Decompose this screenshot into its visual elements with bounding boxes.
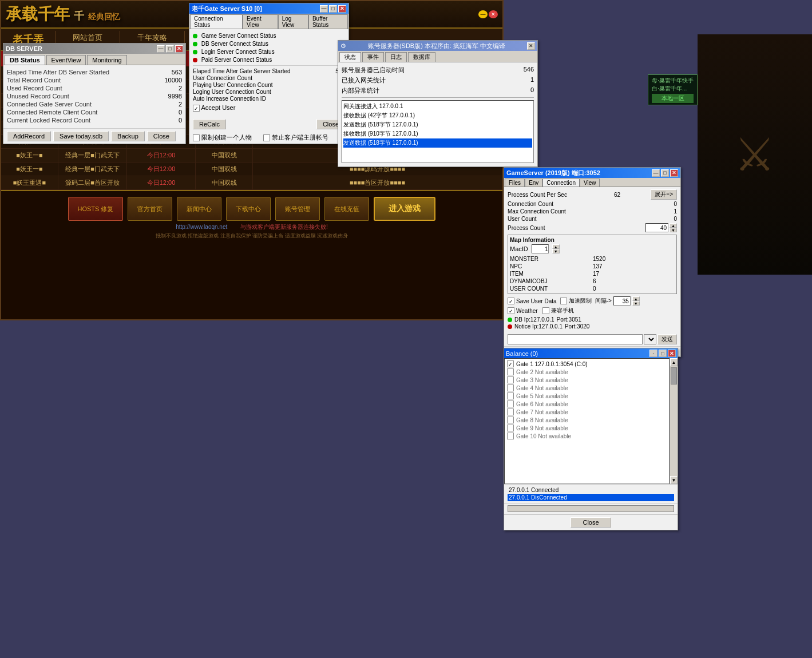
game-close-btn[interactable]: ✕ <box>489 10 498 18</box>
disable-reg-checkbox[interactable] <box>263 134 270 141</box>
gs-minimize[interactable]: — <box>652 169 660 177</box>
weather-checkbox: Weather <box>508 307 538 314</box>
db-server-minimize[interactable]: — <box>157 45 165 53</box>
db-stat-value-0: 563 <box>172 69 182 76</box>
tab-status[interactable]: 状态 <box>339 52 361 62</box>
tab-event-view[interactable]: Event View <box>243 14 278 29</box>
spin-up[interactable]: ▲ <box>670 223 677 228</box>
mac-id-input[interactable] <box>532 244 549 253</box>
tab-connection[interactable]: Connection <box>542 179 580 187</box>
gate-stat-1: User Connection Count 0 <box>193 75 345 81</box>
gs-connections: DB Ip:127.0.0.1 Port:3051 Notice Ip:127.… <box>508 316 677 330</box>
tab-logs[interactable]: 日志 <box>385 52 407 62</box>
tab-log-view[interactable]: Log View <box>278 14 308 29</box>
gate-close[interactable]: ✕ <box>338 5 346 13</box>
footer-disclaimer: 抵制不良游戏 拒绝盗版游戏 注意自我保护 谨防受骗上当 适度游戏益脑 沉迷游戏伤… <box>1 232 502 240</box>
accept-user-checkbox[interactable] <box>193 105 200 112</box>
download-button[interactable]: 下载中心 <box>226 197 271 221</box>
news-button[interactable]: 新闻中心 <box>177 197 221 221</box>
close-db-button[interactable]: Close <box>147 131 176 141</box>
gs-command-select[interactable] <box>644 334 656 344</box>
tab-events[interactable]: 事件 <box>362 52 384 62</box>
check-limit-character: 限制创建一个人物 <box>193 133 252 142</box>
balance-scrollbar[interactable]: ▲ ▼ <box>670 358 678 484</box>
limit-char-checkbox[interactable] <box>193 134 200 141</box>
gs-maximize[interactable]: □ <box>661 169 669 177</box>
gate-checkbox-9[interactable] <box>507 433 514 439</box>
game-minimize-btn[interactable]: — <box>478 10 488 18</box>
gate-checkbox-1[interactable] <box>507 368 514 375</box>
int-spin-down[interactable]: ▼ <box>632 301 640 306</box>
balance-close-button[interactable]: Close <box>571 517 611 528</box>
gate-checkbox-8[interactable] <box>507 425 514 431</box>
gs-stat-4: Process Count ▲ ▼ <box>508 223 677 232</box>
expand-button[interactable]: 展开=> <box>651 189 677 200</box>
int-spin-up[interactable]: ▲ <box>632 296 640 301</box>
map-info-section: Map Information MacID ▲ ▼ MONSTER 1520 N… <box>508 235 677 294</box>
gate-checkbox-6[interactable] <box>507 409 514 415</box>
tab-files[interactable]: Files <box>505 179 525 187</box>
h-scrollbar[interactable] <box>508 505 674 512</box>
spin-down[interactable]: ▼ <box>670 228 677 232</box>
td-line: 中国双线 <box>196 149 253 162</box>
recharge-button[interactable]: 在线充值 <box>324 197 369 221</box>
save-today-button[interactable]: Save today.sdb <box>53 131 109 141</box>
game-server-window: GameServer (2019版) 端口:3052 — □ ✕ Files E… <box>504 167 681 357</box>
scroll-thumb[interactable] <box>671 367 677 385</box>
db-server-close[interactable]: ✕ <box>175 45 183 53</box>
mac-spin-down[interactable]: ▼ <box>552 249 560 253</box>
db-stat-row-2: Used Record Count 2 <box>7 85 182 92</box>
gate-checkbox-5[interactable] <box>507 401 514 407</box>
gate-checkbox-7[interactable] <box>507 417 514 423</box>
tab-buffer-status[interactable]: Buffer Status <box>308 14 348 29</box>
mac-spin-up[interactable]: ▲ <box>552 244 560 249</box>
gate-maximize[interactable]: □ <box>329 5 337 13</box>
gate-checkbox-4[interactable] <box>507 393 514 399</box>
enter-game-button[interactable]: 进入游戏 <box>374 197 435 221</box>
tab-view[interactable]: View <box>580 179 600 187</box>
add-record-button[interactable]: AddRecord <box>7 131 51 141</box>
gs-send-button[interactable]: 发送 <box>657 334 677 344</box>
gate-minimize[interactable]: — <box>320 5 328 13</box>
gate-label-0: Gate 1 127.0.0.1:3054 (C:0) <box>516 361 588 367</box>
tab-monitoring[interactable]: Monitoring <box>87 55 126 65</box>
db-server-tabs: DB Status EventView Monitoring <box>3 54 185 65</box>
db-stat-value-5: 0 <box>179 109 182 116</box>
interval-input[interactable] <box>613 296 631 306</box>
td-zone: ■妖王重遇■ <box>1 176 58 189</box>
db-server-maximize[interactable]: □ <box>166 45 174 53</box>
table-row[interactable]: ■妖王重遇■ 源码二层■首区开放 今日12:00 中国双线 ■■■■首区开放■■… <box>1 176 502 190</box>
tab-env[interactable]: Env <box>525 179 542 187</box>
accept-user-row: Accept User <box>193 102 345 113</box>
gs-command-input[interactable] <box>508 334 643 344</box>
acct-stat-2: 内部异常统计 0 <box>342 86 534 95</box>
hosts-fix-button[interactable]: HOSTS 修复 <box>68 197 124 221</box>
tab-eventview[interactable]: EventView <box>46 55 86 65</box>
account-button[interactable]: 账号管理 <box>275 197 320 221</box>
backup-button[interactable]: Backup <box>111 131 145 141</box>
official-home-button[interactable]: 官方首页 <box>128 197 172 221</box>
gate-checkbox-2[interactable] <box>507 376 514 383</box>
interval-checkbox: 间隔-> ▲ ▼ <box>595 296 640 306</box>
gate-checkbox-0[interactable] <box>507 360 514 367</box>
tab-db-status[interactable]: DB Status <box>5 55 45 65</box>
mobile-compat-checkbox: 兼容手机 <box>542 307 574 315</box>
account-close[interactable]: ✕ <box>527 42 535 50</box>
tab-database[interactable]: 数据库 <box>408 52 435 62</box>
tab-connection-status[interactable]: Connection Status <box>190 14 243 29</box>
scroll-up-btn[interactable]: ▲ <box>670 358 678 366</box>
bal-close-x[interactable]: ✕ <box>668 350 676 357</box>
db-stat-row-5: Connected Remote Client Count 0 <box>7 109 182 116</box>
account-server-titlebar: ⚙ 账号服务器(SDB版) 本程序由: 疯狂海军 中文编译 ✕ <box>338 41 537 51</box>
recalc-button[interactable]: ReCalc <box>193 119 226 129</box>
bal-minimize[interactable]: - <box>649 350 657 357</box>
process-count-input[interactable] <box>645 223 668 232</box>
db-stat-row-0: Elaped Time After DB Server Started 563 <box>7 69 182 76</box>
bal-maximize[interactable]: □ <box>659 350 667 357</box>
db-stat-value-4: 2 <box>179 101 182 108</box>
gate-checkbox-3[interactable] <box>507 385 514 391</box>
td-version: 经典一层■门武天下 <box>58 149 127 162</box>
game-footer-buttons: HOSTS 修复 官方首页 新闻中心 下载中心 账号管理 在线充值 进入游戏 <box>1 195 502 223</box>
scroll-down-btn[interactable]: ▼ <box>670 476 678 484</box>
gs-close[interactable]: ✕ <box>670 169 678 177</box>
